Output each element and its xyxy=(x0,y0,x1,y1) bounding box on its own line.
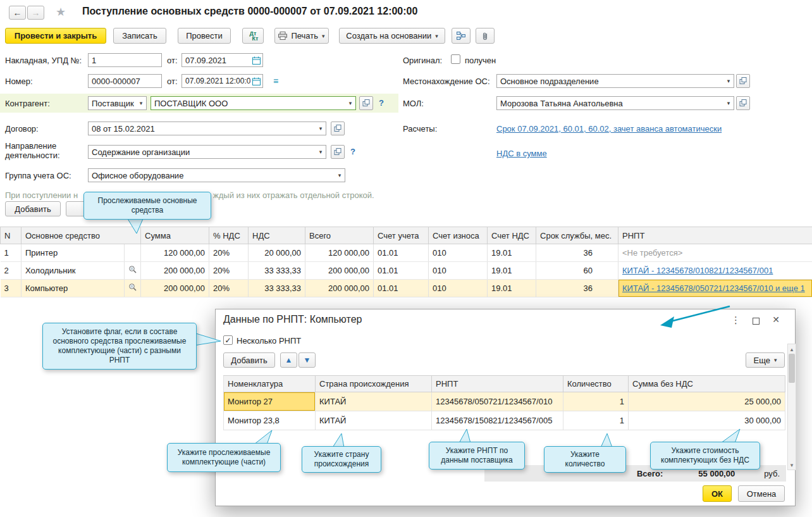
print-button[interactable]: Печать ▾ xyxy=(274,28,329,44)
attachments-button[interactable] xyxy=(476,28,495,44)
chevron-down-icon[interactable]: ▾ xyxy=(723,78,734,84)
add-row-button[interactable]: Добавить xyxy=(5,201,61,216)
cell-rnpt[interactable]: 12345678/150821/1234567/005 xyxy=(432,411,563,430)
cell-account[interactable]: 01.01 xyxy=(374,262,429,280)
move-down-button[interactable]: ▼ xyxy=(298,352,316,368)
cell-vat-pct[interactable]: 20% xyxy=(209,280,249,297)
cell-account[interactable]: 01.01 xyxy=(374,244,429,262)
cell-vat-account[interactable]: 19.01 xyxy=(488,244,536,262)
cell-rnpt[interactable]: <Не требуется> xyxy=(618,244,812,262)
cell-sum[interactable]: 120 000,00 xyxy=(141,244,209,262)
multi-rnpt-checkbox[interactable]: ✓ xyxy=(223,335,233,345)
cell-vat[interactable]: 33 333,33 xyxy=(249,262,305,280)
location-select[interactable]: Основное подразделение ▾ xyxy=(496,74,734,88)
move-up-button[interactable]: ▲ xyxy=(280,352,297,368)
mol-select[interactable]: Морозова Татьяна Анатольевна ▾ xyxy=(496,96,734,110)
favorite-star-icon[interactable]: ★ xyxy=(56,5,66,19)
cell-asset[interactable]: Компьютер xyxy=(22,280,125,297)
ok-button[interactable]: ОК xyxy=(703,485,732,502)
counterparty-open-button[interactable] xyxy=(359,96,373,110)
cell-rnpt[interactable]: 12345678/050721/1234567/010 xyxy=(432,392,563,411)
vertical-scrollbar[interactable]: ▴ ▾ xyxy=(787,344,796,470)
scrollbar-thumb[interactable] xyxy=(789,354,795,383)
original-received-checkbox[interactable] xyxy=(451,54,460,64)
scroll-down-icon[interactable]: ▾ xyxy=(790,460,794,470)
direction-help-link[interactable]: ? xyxy=(350,147,355,156)
cell-asset[interactable]: Принтер xyxy=(22,244,125,262)
cell-sum[interactable]: 30 000,00 xyxy=(629,411,785,430)
original-checkbox-label[interactable]: получен xyxy=(465,56,496,65)
cell-nomenclature[interactable]: Монитор 23,8 xyxy=(224,411,316,430)
cell-depr-account[interactable]: 010 xyxy=(429,262,488,280)
cell-rnpt-selected[interactable]: КИТАЙ - 12345678/050721/1234567/010 и ещ… xyxy=(618,280,812,297)
cell-qty[interactable]: 1 xyxy=(563,411,629,430)
cell-country[interactable]: КИТАЙ xyxy=(316,411,432,430)
cell-total[interactable]: 200 000,00 xyxy=(305,280,374,297)
counterparty-help-link[interactable]: ? xyxy=(379,98,384,108)
cell-qty[interactable]: 1 xyxy=(563,392,629,411)
cell-vat[interactable]: 20 000,00 xyxy=(249,244,305,262)
contract-select[interactable]: 08 от 15.02.2021 ▾ xyxy=(88,121,326,135)
cell-account[interactable]: 01.01 xyxy=(374,280,429,297)
multi-rnpt-label[interactable]: Несколько РНПТ xyxy=(237,336,301,346)
post-and-close-button[interactable]: Провести и закрыть xyxy=(5,28,106,44)
cell-n[interactable]: 2 xyxy=(1,262,22,280)
cancel-button[interactable]: Отмена xyxy=(738,485,785,502)
create-on-basis-button[interactable]: Создать на основании ▾ xyxy=(339,28,445,44)
direction-select[interactable]: Содержание организации ▾ xyxy=(88,145,326,159)
cell-depr-account[interactable]: 010 xyxy=(429,244,488,262)
scroll-up-icon[interactable]: ▴ xyxy=(790,344,794,354)
cell-life[interactable]: 36 xyxy=(536,280,618,297)
vat-in-sum-link[interactable]: НДС в сумме xyxy=(496,149,547,158)
chevron-down-icon[interactable]: ▾ xyxy=(316,125,326,132)
chevron-down-icon[interactable]: ▾ xyxy=(723,100,734,106)
cell-life[interactable]: 60 xyxy=(536,262,618,280)
cell-trace-icon[interactable] xyxy=(125,280,141,297)
more-button[interactable]: Еще ▾ xyxy=(746,352,785,368)
contract-open-button[interactable] xyxy=(331,121,345,135)
cell-vat-pct[interactable]: 20% xyxy=(209,262,249,280)
related-documents-button[interactable] xyxy=(452,28,471,44)
cell-trace-icon[interactable] xyxy=(125,262,141,280)
asset-group-select[interactable]: Офисное оборудование ▾ xyxy=(88,168,345,182)
dtkt-button[interactable]: ДтКт xyxy=(242,28,264,44)
cell-depr-account[interactable]: 010 xyxy=(429,280,488,297)
cell-total[interactable]: 120 000,00 xyxy=(305,244,374,262)
cell-nomenclature-selected[interactable]: Монитор 27 xyxy=(224,392,316,411)
chevron-down-icon[interactable]: ▾ xyxy=(316,149,326,155)
chevron-down-icon[interactable]: ▾ xyxy=(345,100,355,106)
invoice-number-input[interactable]: 1 xyxy=(88,53,162,67)
rnpt-link[interactable]: КИТАЙ - 12345678/010821/1234567/001 xyxy=(622,266,773,275)
location-open-button[interactable] xyxy=(736,74,750,88)
document-number-input[interactable]: 0000-000007 xyxy=(88,74,162,88)
number-list-button[interactable]: ≡ xyxy=(268,74,283,88)
dialog-add-button[interactable]: Добавить xyxy=(223,352,275,368)
cell-country[interactable]: КИТАЙ xyxy=(316,392,432,411)
cell-n[interactable]: 3 xyxy=(1,280,22,297)
settlements-link[interactable]: Срок 07.09.2021, 60.01, 60.02, зачет ава… xyxy=(496,124,722,134)
cell-n[interactable]: 1 xyxy=(1,244,22,262)
back-button[interactable]: ← xyxy=(9,6,26,20)
save-button[interactable]: Записать xyxy=(113,28,166,44)
counterparty-type-select[interactable]: Поставщик ▾ xyxy=(88,96,147,110)
counterparty-select[interactable]: ПОСТАВЩИК ООО ▾ xyxy=(151,96,356,110)
calendar-icon[interactable] xyxy=(250,77,262,85)
cell-rnpt[interactable]: КИТАЙ - 12345678/010821/1234567/001 xyxy=(618,262,812,280)
cell-trace-icon[interactable] xyxy=(125,244,141,262)
mol-open-button[interactable] xyxy=(736,96,750,110)
cell-vat-pct[interactable]: 20% xyxy=(209,244,249,262)
close-icon[interactable]: ✕ xyxy=(772,315,780,325)
maximize-icon[interactable] xyxy=(753,317,760,327)
calendar-icon[interactable] xyxy=(250,56,262,65)
cell-vat[interactable]: 33 333,33 xyxy=(249,280,305,297)
document-date-input[interactable]: 07.09.2021 12:00:00 xyxy=(181,74,263,88)
invoice-date-input[interactable]: 07.09.2021 xyxy=(181,53,263,67)
cell-vat-account[interactable]: 19.01 xyxy=(488,262,536,280)
cell-total[interactable]: 200 000,00 xyxy=(305,262,374,280)
forward-button[interactable]: → xyxy=(27,6,44,20)
cell-vat-account[interactable]: 19.01 xyxy=(488,280,536,297)
cell-asset[interactable]: Холодильник xyxy=(22,262,125,280)
cell-sum[interactable]: 200 000,00 xyxy=(141,262,209,280)
chevron-down-icon[interactable]: ▾ xyxy=(335,172,345,178)
chevron-down-icon[interactable]: ▾ xyxy=(136,100,146,106)
